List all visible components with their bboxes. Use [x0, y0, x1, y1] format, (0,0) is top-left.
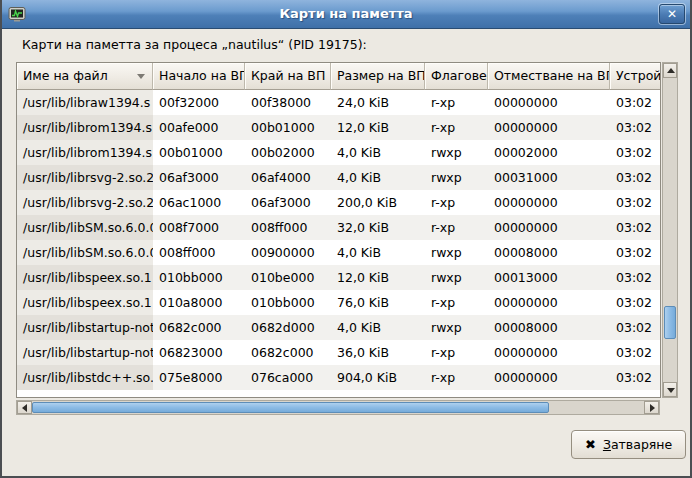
table-body[interactable]: /usr/lib/libraw1394.s00f3200000f3800024,…	[17, 90, 660, 390]
table-cell[interactable]: rwxp	[425, 165, 488, 190]
table-cell[interactable]: 06af4000	[245, 165, 331, 190]
table-cell[interactable]: 010be000	[245, 265, 331, 290]
table-cell[interactable]: 06af3000	[153, 165, 245, 190]
table-cell[interactable]: 00002000	[488, 140, 610, 165]
table-cell[interactable]: 4,0 KiB	[331, 140, 425, 165]
table-cell[interactable]: 00f32000	[153, 90, 245, 115]
table-cell[interactable]: 03:02	[610, 315, 660, 340]
table-row[interactable]: /usr/lib/libSM.so.6.0.0008ff000009000004…	[17, 240, 660, 265]
table-cell[interactable]: 00008000	[488, 315, 610, 340]
column-header-flags[interactable]: Флагове	[425, 63, 488, 90]
column-header-vm-offset[interactable]: Отместване на ВП	[488, 63, 610, 90]
table-cell[interactable]: 03:02	[610, 215, 660, 240]
table-cell[interactable]: 06ac1000	[153, 190, 245, 215]
titlebar[interactable]: Карти на паметта ✕	[2, 0, 690, 29]
table-cell[interactable]: r-xp	[425, 340, 488, 365]
table-cell[interactable]: /usr/lib/libstdc++.so.	[17, 365, 153, 390]
table-cell[interactable]: 03:02	[610, 190, 660, 215]
scroll-left-icon[interactable]	[17, 401, 32, 414]
table-cell[interactable]: /usr/lib/libSM.so.6.0.0	[17, 240, 153, 265]
table-row[interactable]: /usr/lib/libSM.so.6.0.0008f7000008ff0003…	[17, 215, 660, 240]
table-cell[interactable]: 00b01000	[153, 140, 245, 165]
table-cell[interactable]: 010bb000	[245, 290, 331, 315]
table-cell[interactable]: 00afe000	[153, 115, 245, 140]
table-cell[interactable]: r-xp	[425, 115, 488, 140]
table-cell[interactable]: 008ff000	[153, 240, 245, 265]
table-cell[interactable]: 200,0 KiB	[331, 190, 425, 215]
scroll-up-icon[interactable]	[663, 63, 677, 78]
table-row[interactable]: /usr/lib/libraw1394.s00f3200000f3800024,…	[17, 90, 660, 115]
table-cell[interactable]: 00b01000	[245, 115, 331, 140]
table-cell[interactable]: 010a8000	[153, 290, 245, 315]
table-cell[interactable]: /usr/lib/librsvg-2.so.2	[17, 165, 153, 190]
table-cell[interactable]: 06823000	[153, 340, 245, 365]
column-header-vm-end[interactable]: Край на ВП	[245, 63, 331, 90]
table-cell[interactable]: 03:02	[610, 165, 660, 190]
table-cell[interactable]: r-xp	[425, 215, 488, 240]
table-cell[interactable]: 4,0 KiB	[331, 165, 425, 190]
horizontal-scrollbar[interactable]	[16, 400, 660, 415]
table-row[interactable]: /usr/lib/libspeex.so.1010bb000010be00012…	[17, 265, 660, 290]
table-cell[interactable]: 00031000	[488, 165, 610, 190]
table-cell[interactable]: rwxp	[425, 140, 488, 165]
table-cell[interactable]: 03:02	[610, 265, 660, 290]
vertical-scrollbar[interactable]	[662, 62, 678, 398]
table-cell[interactable]: 00008000	[488, 240, 610, 265]
table-cell[interactable]: 00b02000	[245, 140, 331, 165]
table-cell[interactable]: 32,0 KiB	[331, 215, 425, 240]
table-cell[interactable]: 00f38000	[245, 90, 331, 115]
table-cell[interactable]: /usr/lib/librom1394.s	[17, 140, 153, 165]
table-cell[interactable]: /usr/lib/libraw1394.s	[17, 90, 153, 115]
table-cell[interactable]: 0682d000	[245, 315, 331, 340]
table-row[interactable]: /usr/lib/libstartup-not0682c0000682d0004…	[17, 315, 660, 340]
table-cell[interactable]: 03:02	[610, 90, 660, 115]
column-header-vm-size[interactable]: Размер на ВП	[331, 63, 425, 90]
table-cell[interactable]: /usr/lib/libspeex.so.1	[17, 290, 153, 315]
table-cell[interactable]: 008ff000	[245, 215, 331, 240]
table-cell[interactable]: 00000000	[488, 290, 610, 315]
table-cell[interactable]: 03:02	[610, 240, 660, 265]
scroll-right-icon[interactable]	[644, 401, 659, 414]
table-cell[interactable]: rwxp	[425, 315, 488, 340]
scroll-down-icon[interactable]	[663, 382, 677, 397]
table-cell[interactable]: 03:02	[610, 290, 660, 315]
table-cell[interactable]: 075e8000	[153, 365, 245, 390]
table-cell[interactable]: rwxp	[425, 240, 488, 265]
table-cell[interactable]: 00000000	[488, 215, 610, 240]
table-cell[interactable]: /usr/lib/librsvg-2.so.2	[17, 190, 153, 215]
table-cell[interactable]: 00000000	[488, 365, 610, 390]
table-cell[interactable]: 12,0 KiB	[331, 115, 425, 140]
table-cell[interactable]: 904,0 KiB	[331, 365, 425, 390]
table-row[interactable]: /usr/lib/libstdc++.so.075e8000076ca00090…	[17, 365, 660, 390]
table-cell[interactable]: 008f7000	[153, 215, 245, 240]
table-cell[interactable]: 03:02	[610, 365, 660, 390]
table-cell[interactable]: r-xp	[425, 290, 488, 315]
column-header-device[interactable]: Устройство	[610, 63, 660, 90]
table-row[interactable]: /usr/lib/librsvg-2.so.206af300006af40004…	[17, 165, 660, 190]
table-cell[interactable]: 36,0 KiB	[331, 340, 425, 365]
table-cell[interactable]: 4,0 KiB	[331, 240, 425, 265]
table-cell[interactable]: /usr/lib/libSM.so.6.0.0	[17, 215, 153, 240]
table-cell[interactable]: 0682c000	[153, 315, 245, 340]
table-cell[interactable]: 03:02	[610, 115, 660, 140]
table-cell[interactable]: 00000000	[488, 115, 610, 140]
table-row[interactable]: /usr/lib/librsvg-2.so.206ac100006af30002…	[17, 190, 660, 215]
table-cell[interactable]: 00900000	[245, 240, 331, 265]
vertical-scrollbar-thumb[interactable]	[664, 306, 676, 339]
table-cell[interactable]: 24,0 KiB	[331, 90, 425, 115]
column-header-vm-start[interactable]: Начало на ВП	[153, 63, 245, 90]
table-cell[interactable]: /usr/lib/libstartup-not	[17, 315, 153, 340]
table-cell[interactable]: /usr/lib/libstartup-not	[17, 340, 153, 365]
table-row[interactable]: /usr/lib/libspeex.so.1010a8000010bb00076…	[17, 290, 660, 315]
table-cell[interactable]: 076ca000	[245, 365, 331, 390]
table-row[interactable]: /usr/lib/librom1394.s00afe00000b0100012,…	[17, 115, 660, 140]
close-window-icon[interactable]: ✕	[659, 4, 685, 24]
table-cell[interactable]: 00000000	[488, 190, 610, 215]
table-cell[interactable]: 00000000	[488, 90, 610, 115]
table-cell[interactable]: /usr/lib/librom1394.s	[17, 115, 153, 140]
table-cell[interactable]: 06af3000	[245, 190, 331, 215]
table-cell[interactable]: rwxp	[425, 265, 488, 290]
horizontal-scrollbar-thumb[interactable]	[32, 402, 549, 413]
table-cell[interactable]: 03:02	[610, 140, 660, 165]
table-cell[interactable]: r-xp	[425, 190, 488, 215]
